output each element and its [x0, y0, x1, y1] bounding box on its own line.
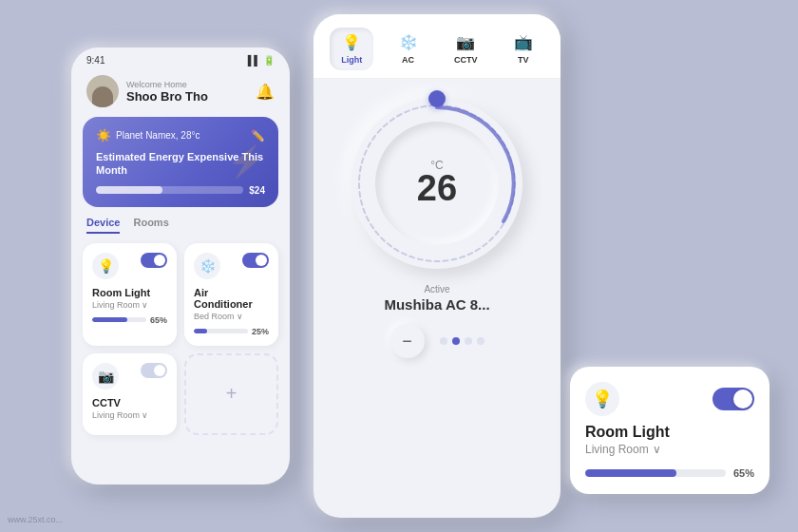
ac-name: Air Conditioner	[194, 287, 269, 310]
light-progress-bg	[92, 317, 146, 322]
light-tab-icon: 💡	[342, 33, 361, 51]
detail-name: Room Light	[585, 424, 754, 441]
detail-progress-fill	[585, 469, 676, 477]
tab-light[interactable]: 💡 Light	[330, 28, 373, 70]
detail-percent: 65%	[733, 467, 754, 479]
control-row: −	[390, 324, 484, 358]
header-area: Welcome Home Shoo Bro Tho 🔔	[71, 69, 290, 117]
header-text: Welcome Home Shoo Bro Tho	[126, 80, 256, 104]
dot-1	[440, 337, 447, 345]
device-card-ac: ❄️ Air Conditioner Bed Room ∨ 25%	[184, 243, 278, 346]
active-label: Active	[424, 284, 449, 294]
cctv-toggle[interactable]	[141, 363, 167, 378]
welcome-label: Welcome Home	[126, 80, 256, 89]
phone-left: 9:41 ▐ ▌ 🔋 Welcome Home Shoo Bro Tho 🔔 ☀…	[71, 48, 290, 484]
cctv-tab-icon: 📷	[456, 33, 475, 51]
watermark: www.25xt.co...	[8, 515, 63, 524]
cctv-icon: 📷	[92, 363, 119, 390]
ac-percent: 25%	[252, 327, 269, 336]
ac-icon: ❄️	[194, 253, 220, 279]
ac-tab-icon: ❄️	[399, 33, 418, 51]
detail-card-top: 💡	[585, 382, 754, 416]
energy-progress-fill	[96, 186, 162, 194]
light-room: Living Room ∨	[92, 300, 167, 310]
ac-progress-fill	[194, 329, 207, 333]
ac-toggle[interactable]	[242, 253, 269, 268]
ctrl-dots	[440, 337, 484, 345]
detail-toggle[interactable]	[712, 388, 754, 410]
dot-4	[477, 337, 484, 345]
add-device-card[interactable]: +	[184, 353, 278, 435]
dial-arc-svg	[352, 98, 522, 269]
light-name: Room Light	[92, 287, 167, 298]
energy-card: ☀️ Planet Namex, 28°c ✏️ Estimated Energ…	[83, 117, 278, 207]
phone-center: 💡 Light ❄️ AC 📷 CCTV 📺 TV	[314, 14, 560, 518]
cctv-name: CCTV	[92, 397, 167, 408]
ac-progress-bg	[194, 329, 248, 333]
ac-tab-label: AC	[402, 55, 414, 65]
lightning-bg-icon: ⚡	[227, 143, 265, 180]
dot-3	[465, 337, 472, 345]
tv-tab-icon: 📺	[514, 33, 533, 51]
status-icons: ▐ ▌ 🔋	[244, 55, 275, 66]
devices-grid: 💡 Room Light Living Room ∨ 65% ❄️ Air Co…	[71, 243, 290, 435]
ac-room: Bed Room ∨	[194, 312, 269, 321]
detail-progress-bg	[585, 469, 726, 477]
status-bar: 9:41 ▐ ▌ 🔋	[71, 48, 290, 69]
ac-progress-row: 25%	[194, 327, 269, 336]
energy-progress-bg	[96, 186, 243, 194]
progress-area: $24	[96, 185, 265, 196]
chevron-icon[interactable]: ∨	[653, 443, 661, 456]
dial-knob[interactable]	[428, 90, 446, 107]
device-tabs: Device Rooms	[71, 217, 290, 234]
light-progress-fill	[92, 317, 127, 322]
detail-progress-row: 65%	[585, 467, 754, 479]
light-percent: 65%	[150, 315, 167, 325]
light-icon: 💡	[92, 253, 119, 279]
user-name: Shoo Bro Tho	[126, 89, 256, 104]
edit-icon[interactable]: ✏️	[251, 129, 265, 142]
sun-icon: ☀️	[96, 128, 111, 142]
dial-container[interactable]: °C 26	[352, 98, 522, 269]
tab-cctv[interactable]: 📷 CCTV	[443, 28, 489, 70]
tab-device[interactable]: Device	[86, 217, 120, 234]
avatar	[86, 75, 119, 107]
light-progress-row: 65%	[92, 315, 167, 325]
add-icon: +	[226, 383, 238, 405]
light-toggle[interactable]	[141, 253, 167, 268]
tab-rooms[interactable]: Rooms	[133, 217, 168, 234]
thermostat-area: °C 26 Active Mushiba AC 8... −	[314, 79, 560, 368]
detail-card: 💡 Room Light Living Room ∨ 65%	[570, 367, 770, 494]
tab-tv[interactable]: 📺 TV	[503, 28, 544, 70]
dot-2	[452, 337, 460, 345]
light-tab-label: Light	[341, 55, 362, 65]
ac-device-name: Mushiba AC 8...	[384, 296, 489, 313]
minus-button[interactable]: −	[390, 324, 425, 358]
time-display: 9:41	[86, 55, 104, 66]
detail-room: Living Room ∨	[585, 443, 754, 456]
cctv-room: Living Room ∨	[92, 410, 167, 420]
device-card-cctv: 📷 CCTV Living Room ∨	[83, 353, 177, 435]
planet-info: ☀️ Planet Namex, 28°c	[96, 128, 200, 142]
device-card-light: 💡 Room Light Living Room ∨ 65%	[83, 243, 177, 346]
dial-outer: °C 26	[352, 98, 522, 269]
bell-icon[interactable]: 🔔	[256, 83, 275, 101]
tv-tab-label: TV	[518, 55, 529, 65]
cctv-tab-label: CCTV	[454, 55, 478, 65]
tab-ac[interactable]: ❄️ AC	[388, 28, 429, 70]
detail-light-icon: 💡	[585, 382, 619, 416]
price-label: $24	[249, 185, 265, 196]
nav-tabs: 💡 Light ❄️ AC 📷 CCTV 📺 TV	[314, 14, 560, 79]
planet-label: Planet Namex, 28°c	[116, 130, 200, 141]
